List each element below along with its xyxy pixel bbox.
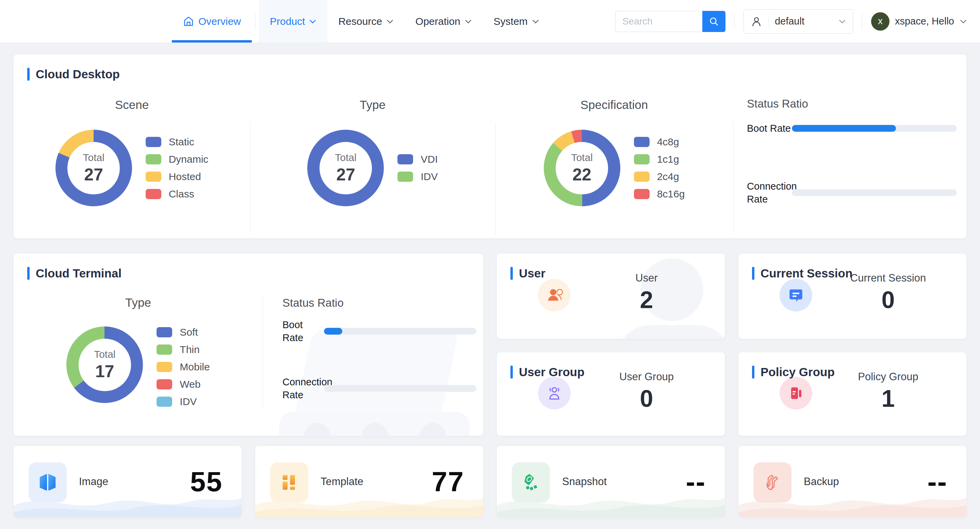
legend-label: IDV xyxy=(421,171,438,182)
specification-donut-chart[interactable]: Total 22 xyxy=(544,130,620,206)
card-title: User xyxy=(511,266,546,280)
chat-session-icon xyxy=(780,279,812,311)
card-title-text: User Group xyxy=(519,365,585,379)
user-group-stat-card[interactable]: User Group User Group 0 xyxy=(497,352,725,436)
policy-document-icon xyxy=(780,377,812,409)
panel-title-text: Cloud Terminal xyxy=(36,266,121,280)
legend-item[interactable]: 8c16g xyxy=(634,188,685,200)
user-stat-card[interactable]: User User 2 xyxy=(497,253,725,339)
donut-total-value: 27 xyxy=(84,165,103,185)
legend-item[interactable]: VDI xyxy=(398,153,438,165)
donut-total-label: Total xyxy=(335,152,356,163)
nav-label: Overview xyxy=(198,16,241,27)
desktop-type-chart-group: Type Total 27 VDIIDV xyxy=(250,54,495,238)
panel-title: Cloud Terminal xyxy=(27,266,121,280)
legend-item[interactable]: Class xyxy=(146,188,208,200)
template-resource-card[interactable]: Template 77 xyxy=(255,446,483,518)
legend-label: Hosted xyxy=(169,171,201,182)
legend-label: Web xyxy=(180,379,200,390)
legend-item[interactable]: Mobile xyxy=(156,361,210,373)
title-accent-bar xyxy=(27,68,30,81)
image-icon xyxy=(29,462,67,502)
resource-value: -- xyxy=(686,466,706,498)
scene-donut-chart[interactable]: Total 27 xyxy=(56,130,132,206)
connection-rate-label: Connection Rate xyxy=(282,376,324,402)
legend-label: 8c16g xyxy=(657,188,685,200)
legend-label: Soft xyxy=(180,327,198,338)
backup-resource-card[interactable]: Backup -- xyxy=(738,446,966,518)
specification-chart-group: Specification Total 22 4c8g1c1g2c4g8c16g xyxy=(495,54,733,238)
legend-item[interactable]: Thin xyxy=(156,344,210,355)
title-accent-bar xyxy=(752,366,754,379)
legend-label: Class xyxy=(169,188,194,200)
chevron-down-icon xyxy=(838,19,846,24)
scene-chart-group: Scene Total 27 StaticDynamicHostedClass xyxy=(14,54,250,238)
donut-total-value: 17 xyxy=(95,362,115,381)
policy-group-stat-card[interactable]: Policy Group Policy Group 1 xyxy=(738,352,966,436)
stat-info: User Group 0 xyxy=(606,371,687,412)
nav-item-product[interactable]: Product xyxy=(259,0,327,43)
desktop-type-legend: VDIIDV xyxy=(398,130,438,206)
legend-item[interactable]: Hosted xyxy=(146,171,208,182)
stat-value: 1 xyxy=(847,386,929,412)
donut-total-value: 22 xyxy=(572,165,592,185)
legend-item[interactable]: 4c8g xyxy=(634,136,685,148)
nav-item-system[interactable]: System xyxy=(483,0,550,43)
user-menu[interactable]: x xspace, Hello xyxy=(871,12,967,31)
connection-rate-bar xyxy=(792,189,957,196)
donut-center: Total 27 xyxy=(320,142,372,194)
current-session-stat-card[interactable]: Current Session Current Session 0 xyxy=(738,253,966,339)
legend-item[interactable]: 1c1g xyxy=(634,153,685,165)
avatar: x xyxy=(871,12,889,31)
chevron-down-icon xyxy=(959,19,967,24)
resource-label: Snapshot xyxy=(562,476,607,488)
cloud-desktop-panel: Cloud Desktop Scene Total 27 StaticDynam… xyxy=(14,54,966,238)
user-greeting: xspace, Hello xyxy=(895,16,954,27)
card-title: Policy Group xyxy=(752,365,835,379)
legend-item[interactable]: Soft xyxy=(156,327,210,338)
legend-item[interactable]: Static xyxy=(146,136,208,148)
search-input[interactable] xyxy=(615,11,702,32)
legend-label: 2c4g xyxy=(657,171,679,182)
nav-item-overview[interactable]: Overview xyxy=(172,0,252,43)
legend-item[interactable]: 2c4g xyxy=(634,171,685,182)
nav-item-operation[interactable]: Operation xyxy=(404,0,483,43)
search-button[interactable] xyxy=(702,11,725,32)
image-resource-card[interactable]: Image 55 xyxy=(14,446,242,518)
desktop-type-donut-chart[interactable]: Total 27 xyxy=(307,130,384,206)
stat-info: Policy Group 1 xyxy=(847,371,929,412)
resource-value: -- xyxy=(927,466,947,498)
legend-item[interactable]: Web xyxy=(156,379,210,390)
legend-label: Thin xyxy=(180,344,199,355)
nav-divider xyxy=(255,13,256,30)
card-title-text: User xyxy=(519,266,546,280)
nav-item-resource[interactable]: Resource xyxy=(327,0,404,43)
legend-label: Static xyxy=(169,136,194,148)
stat-label: User xyxy=(606,272,687,284)
legend-item[interactable]: Dynamic xyxy=(146,153,208,165)
terminal-type-donut-chart[interactable]: Total 17 xyxy=(66,327,143,403)
legend-color-chip xyxy=(146,137,161,147)
stat-label: User Group xyxy=(606,371,687,383)
donut-total-value: 27 xyxy=(336,165,355,185)
template-icon xyxy=(270,462,308,502)
legend-item[interactable]: IDV xyxy=(398,171,438,182)
legend-label: IDV xyxy=(180,396,197,408)
chart-title: Type xyxy=(14,296,263,309)
nav-label: Operation xyxy=(415,16,460,27)
snapshot-resource-card[interactable]: Snapshot -- xyxy=(497,446,725,518)
legend-item[interactable]: IDV xyxy=(156,396,210,408)
backup-icon xyxy=(753,462,791,502)
title-accent-bar xyxy=(511,366,513,379)
legend-color-chip xyxy=(156,327,172,337)
main-menu: Overview Product Resource Operation Syst… xyxy=(172,0,550,43)
boot-rate-fill xyxy=(792,125,896,132)
donut-total-label: Total xyxy=(94,349,115,360)
nav-divider xyxy=(734,14,735,29)
workspace-select[interactable]: default xyxy=(743,9,853,34)
legend-label: 4c8g xyxy=(657,136,679,148)
card-title-text: Current Session xyxy=(760,266,853,280)
user-icon xyxy=(538,279,571,311)
stat-value: 2 xyxy=(606,287,687,313)
legend-label: 1c1g xyxy=(657,153,679,165)
